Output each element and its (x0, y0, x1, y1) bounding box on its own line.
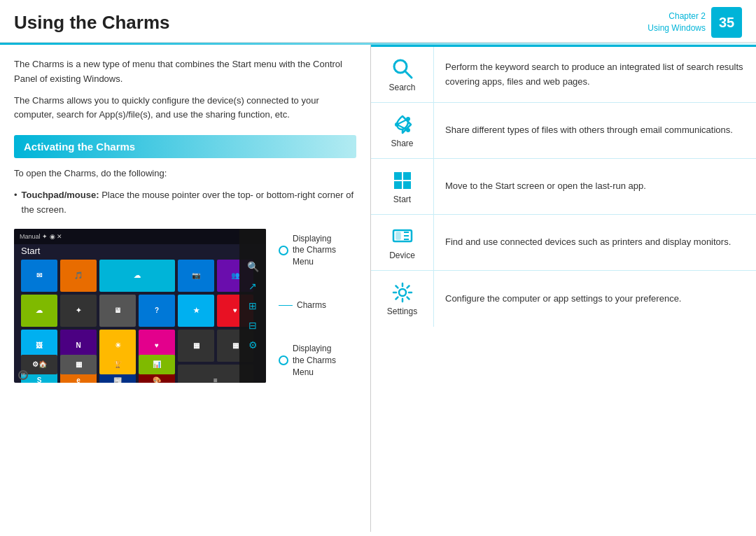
tile: ★ (178, 295, 214, 327)
sub-text: To open the Charms, do the following: (14, 167, 356, 181)
tile: ▦ (60, 355, 97, 374)
left-column: The Charms is a new type of menu that co… (0, 45, 371, 532)
screenshot-area: Manual ✦ ◉ ✕ Start ✉ 🎵 ☁ 📷 👥 ☁ ✦ 🖥 ? ★ (14, 229, 356, 383)
callout-container: Displayingthe CharmsMenu Charms Displayi… (279, 229, 336, 383)
tile: ☁ (99, 260, 175, 292)
tile: 🖥 (99, 295, 136, 327)
start-screen: Manual ✦ ◉ ✕ Start ✉ 🎵 ☁ 📷 👥 ☁ ✦ 🖥 ? ★ (14, 229, 266, 383)
charm-device-icon-screenshot: ⊟ (245, 318, 260, 333)
svg-rect-8 (403, 172, 411, 180)
main-content: The Charms is a new type of menu that co… (0, 45, 756, 532)
chapter-badge: Chapter 2 Using Windows 35 (648, 7, 742, 38)
svg-rect-9 (394, 181, 402, 189)
tile: ☁ (21, 295, 57, 327)
chapter-label: Chapter 2 (648, 10, 706, 22)
tile: ? (139, 295, 175, 327)
tile: 🎵 (60, 260, 97, 292)
tile: ✦ (60, 295, 97, 327)
intro-text-1: The Charms is a new type of menu that co… (14, 57, 356, 87)
charm-desc-settings: Configure the computer or app settings t… (434, 271, 692, 327)
page-title: Using the Charms (14, 12, 170, 34)
tile: ✉ (21, 260, 57, 292)
charm-icon-cell-start: Start (371, 159, 434, 214)
charm-row-share: Share Share different types of files wit… (371, 103, 756, 159)
charm-desc-start: Move to the Start screen or open the las… (434, 159, 657, 214)
charm-settings-icon-screenshot: ⚙ (245, 337, 260, 353)
charm-search-icon-screenshot: 🔍 (245, 259, 260, 274)
tile: 📷 (178, 260, 214, 292)
charm-name-share: Share (391, 139, 413, 148)
tile: 📊 (139, 355, 175, 374)
charm-desc-share: Share different types of files with othe… (434, 103, 744, 158)
settings-icon (391, 281, 414, 304)
charm-desc-device: Find and use connected devices such as p… (434, 215, 742, 270)
start-label: Start (21, 246, 40, 256)
search-icon (391, 57, 414, 80)
callout-dot-top (279, 246, 288, 255)
charm-share-icon-screenshot: ↗ (245, 278, 260, 294)
callout-bottom: Displayingthe CharmsMenu (279, 343, 336, 378)
callout-text-bottom: Displayingthe CharmsMenu (293, 343, 336, 378)
callout-dot-bottom (279, 355, 288, 365)
bullet-content: Touchpad/mouse: Place the mouse pointer … (22, 188, 356, 218)
chapter-number: 35 (711, 7, 742, 38)
share-icon (391, 113, 414, 136)
charm-row-device: Device Find and use connected devices su… (371, 215, 756, 271)
svg-point-16 (399, 289, 406, 296)
callout-line-middle (279, 305, 293, 306)
charm-row-settings: Settings Configure the computer or app s… (371, 271, 756, 327)
charm-icon-cell-search: Search (371, 47, 434, 102)
bullet-dot: • (14, 188, 18, 218)
charm-row-search: Search Perform the keyword search to pro… (371, 47, 756, 103)
charm-icon-cell-share: Share (371, 103, 434, 158)
right-column: Search Perform the keyword search to pro… (371, 45, 756, 532)
chapter-sublabel: Using Windows (648, 22, 706, 34)
tile: ▦ (178, 330, 214, 362)
charm-row-start: Start Move to the Start screen or open t… (371, 159, 756, 215)
callout-top: Displayingthe CharmsMenu (279, 233, 336, 268)
tile: 🏆 (99, 355, 136, 374)
callout-middle: Charms (279, 299, 336, 311)
charm-name-search: Search (388, 83, 415, 92)
start-circle: ⊞ (18, 370, 28, 380)
charm-name-device: Device (389, 251, 415, 260)
start-bar: Manual ✦ ◉ ✕ (14, 229, 266, 244)
device-icon (391, 225, 414, 248)
charm-icon-cell-settings: Settings (371, 271, 434, 327)
callout-text-top: Displayingthe CharmsMenu (293, 233, 336, 268)
bullet-label: Touchpad/mouse: (22, 190, 99, 200)
svg-rect-10 (403, 181, 411, 189)
intro-text-2: The Charms allows you to quickly configu… (14, 94, 356, 123)
svg-line-1 (405, 71, 412, 78)
start-icon (391, 169, 414, 192)
charm-name-start: Start (393, 195, 411, 204)
charm-start-icon-screenshot: ⊞ (245, 298, 260, 313)
charms-bar-screenshot: 🔍 ↗ ⊞ ⊟ ⚙ (239, 229, 266, 383)
svg-rect-7 (394, 172, 402, 180)
charm-icon-cell-device: Device (371, 215, 434, 270)
charm-desc-search: Perform the keyword search to produce an… (434, 47, 756, 102)
bullet-item-touchpad: • Touchpad/mouse: Place the mouse pointe… (14, 188, 356, 218)
svg-rect-12 (396, 232, 400, 239)
callout-text-middle: Charms (297, 299, 326, 311)
section-heading: Activating the Charms (14, 135, 356, 158)
page-header: Using the Charms Chapter 2 Using Windows… (0, 0, 756, 43)
charm-name-settings: Settings (387, 306, 417, 316)
